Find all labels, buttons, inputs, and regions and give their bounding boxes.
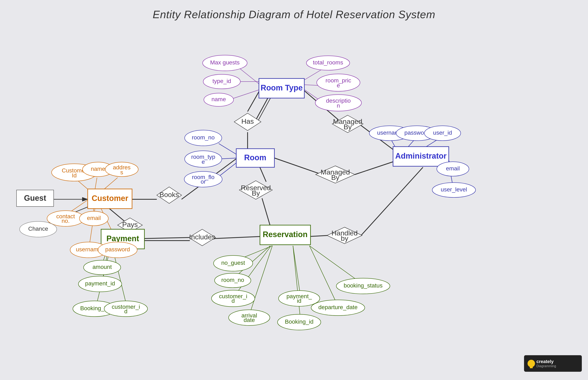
room-managedby-line bbox=[274, 158, 322, 174]
reservedby-reservation-line bbox=[262, 198, 270, 226]
chance-text: Chance bbox=[28, 226, 48, 232]
attr-line bbox=[95, 178, 97, 190]
handledby-admin-line bbox=[361, 167, 423, 235]
room-type-text2: e bbox=[202, 159, 205, 165]
customer-username-text: username bbox=[76, 246, 102, 253]
has-label: Has bbox=[242, 117, 254, 125]
diagram-container: Entity Relationship Diagram of Hotel Res… bbox=[0, 0, 588, 380]
res-customerid-text2: d bbox=[231, 298, 235, 304]
customer-email-text: email bbox=[87, 215, 101, 221]
watermark-bulb bbox=[528, 360, 535, 367]
res-arrivaldate-text2: date bbox=[244, 317, 255, 323]
res-roomno-text: room_no bbox=[221, 277, 244, 283]
administrator-label: Administrator bbox=[395, 152, 447, 160]
customer-label: Customer bbox=[92, 194, 128, 203]
payment-customerid-text2: d bbox=[124, 308, 127, 315]
room-floor-text2: or bbox=[201, 178, 206, 185]
rt-roomprice-text2: e bbox=[337, 82, 340, 89]
admin-email-text: email bbox=[446, 165, 460, 172]
pays-label: Pays bbox=[122, 221, 138, 228]
res-bookingid-text: Booking_id bbox=[285, 319, 314, 325]
attr-line bbox=[293, 246, 300, 294]
includes-label: Includes bbox=[189, 233, 215, 241]
roomtype-label: Room Type bbox=[260, 83, 303, 92]
room-no-text: room_no bbox=[192, 134, 215, 141]
reservation-label: Reservation bbox=[263, 230, 308, 239]
managedby-lower-label2: By bbox=[331, 173, 339, 181]
customer-id-text2: Id bbox=[72, 172, 77, 179]
managedby-upper-label2: By bbox=[344, 123, 352, 131]
managedby-admin-line bbox=[355, 161, 395, 174]
room-label: Room bbox=[244, 153, 266, 162]
attr-line bbox=[310, 246, 361, 283]
rt-typeid-text: type_id bbox=[212, 78, 231, 84]
attr-line bbox=[103, 178, 118, 190]
watermark-bulb-base bbox=[530, 367, 533, 368]
attr-line bbox=[239, 68, 260, 85]
res-bookingstatus-text: booking_status bbox=[344, 282, 382, 289]
payment-label: Payment bbox=[106, 234, 139, 243]
payment-id-text: payment_id bbox=[85, 280, 115, 287]
rt-maxguests-text: Max guests bbox=[210, 59, 240, 66]
payment-amount-text: amount bbox=[92, 264, 112, 270]
reservation-handledby-line bbox=[310, 235, 328, 236]
includes-reservation-line bbox=[215, 236, 261, 239]
attr-line bbox=[219, 144, 237, 155]
er-diagram-svg: Books Pays Includes Has Reserved By Mana… bbox=[0, 0, 588, 380]
res-paymentid-text2: id bbox=[297, 298, 301, 304]
res-noguest-text: no_guest bbox=[221, 260, 245, 266]
reservedby-label2: By bbox=[252, 189, 260, 197]
customer-contact-text2: no. bbox=[62, 218, 70, 224]
payment-includes-line bbox=[144, 238, 190, 239]
rt-totalrooms-text: total_rooms bbox=[313, 59, 343, 66]
watermark-text: creately bbox=[536, 359, 554, 364]
admin-userid-text: user_id bbox=[433, 130, 452, 136]
watermark-subtext: Diagramming bbox=[536, 364, 556, 368]
customer-password-text: password bbox=[105, 246, 130, 253]
attr-line bbox=[234, 247, 270, 296]
rt-name-text: name bbox=[211, 96, 226, 102]
customer-address-text2: s bbox=[120, 169, 123, 175]
customer-name-text: name bbox=[91, 166, 105, 172]
books-label: Books bbox=[159, 191, 179, 198]
attr-line bbox=[113, 252, 126, 303]
res-departuredate-text: departure_date bbox=[318, 304, 358, 310]
handledby-label2: by bbox=[341, 234, 348, 242]
admin-userlevel-text: user_level bbox=[441, 186, 467, 193]
rt-description-text2: n bbox=[337, 102, 340, 109]
guest-label: Guest bbox=[24, 194, 46, 202]
